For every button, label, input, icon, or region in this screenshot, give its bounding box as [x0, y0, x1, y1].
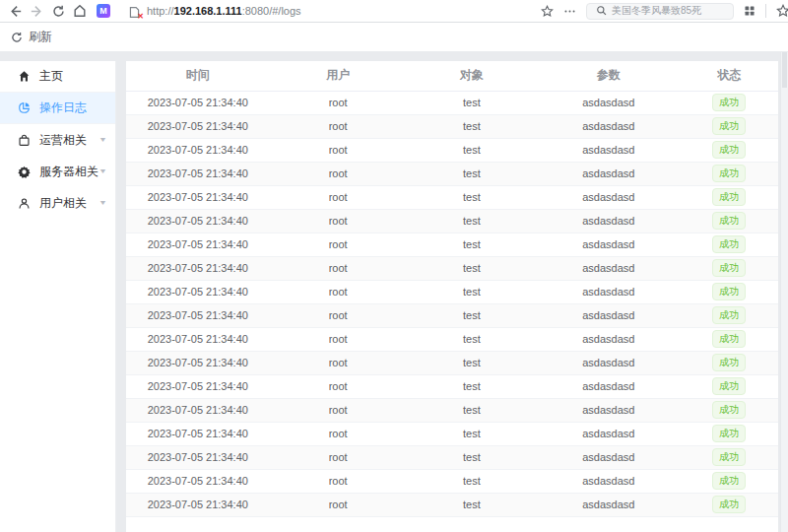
table-cell: root — [270, 280, 407, 303]
table-cell: 2023-07-05 21:34:40 — [126, 445, 270, 469]
column-header: 时间 — [126, 61, 270, 91]
table-cell-status: 成功 — [681, 256, 778, 280]
table-cell-status: 成功 — [681, 162, 778, 185]
pie-chart-icon — [17, 101, 31, 115]
table-cell: test — [407, 185, 537, 209]
sidebar-menu: 主页操作日志运营相关▼服务器相关▼用户相关▼ — [0, 61, 116, 532]
back-button[interactable] — [6, 2, 24, 20]
bookmark-star-icon[interactable] — [541, 5, 554, 18]
table-cell: 2023-07-05 21:34:40 — [126, 351, 270, 374]
table-cell: root — [270, 162, 407, 185]
table-cell: test — [407, 114, 537, 138]
sidebar-item-label: 操作日志 — [39, 100, 107, 116]
table-cell: asdasdasd — [537, 138, 681, 162]
search-box[interactable]: 美国冬季风暴致85死 — [586, 3, 734, 20]
table-cell: 2023-07-05 21:34:40 — [126, 233, 270, 256]
toolbar-separator — [765, 4, 766, 18]
refresh-label: 刷新 — [29, 29, 52, 45]
table-row: 2023-07-05 21:34:40roottestasdasdasd成功 — [126, 91, 778, 114]
table-cell: asdasdasd — [537, 351, 681, 374]
table-cell: root — [270, 493, 407, 516]
table-cell: 2023-07-05 21:34:40 — [126, 185, 270, 209]
table-cell: 2023-07-05 21:34:40 — [126, 422, 270, 445]
table-cell: test — [407, 469, 537, 493]
status-badge: 成功 — [712, 283, 746, 300]
table-cell: test — [407, 351, 537, 374]
address-bar[interactable]: ✕ http://192.168.1.111:8080/#/logs — [128, 5, 537, 18]
table-cell: test — [407, 327, 537, 351]
reload-button[interactable] — [49, 2, 67, 20]
table-cell: root — [270, 445, 407, 469]
more-menu-icon[interactable] — [563, 5, 576, 18]
table-row: 2023-07-05 21:34:40roottestasdasdasd成功 — [126, 469, 778, 493]
table-cell: root — [270, 256, 407, 280]
table-cell: asdasdasd — [537, 209, 681, 233]
table-cell: asdasdasd — [537, 185, 681, 209]
status-badge: 成功 — [712, 377, 746, 395]
home-icon — [17, 70, 31, 84]
user-icon — [17, 196, 31, 210]
sidebar-item-5[interactable]: 用户相关▼ — [0, 187, 115, 219]
table-cell: root — [270, 91, 407, 114]
table-cell: root — [270, 327, 407, 351]
page-scrollbar[interactable] — [780, 52, 788, 532]
apps-grid-icon[interactable] — [744, 5, 755, 17]
status-badge: 成功 — [712, 306, 746, 324]
table-cell: root — [270, 422, 407, 445]
refresh-icon — [11, 32, 23, 43]
status-badge: 成功 — [712, 141, 746, 159]
table-cell: asdasdasd — [537, 114, 681, 138]
table-row: 2023-07-05 21:34:40roottestasdasdasd成功 — [126, 327, 778, 351]
table-cell: asdasdasd — [537, 422, 681, 445]
table-cell: root — [270, 398, 407, 422]
status-badge: 成功 — [712, 212, 746, 230]
table-cell: test — [407, 303, 537, 327]
sidebar-item-2[interactable]: 操作日志 — [0, 93, 115, 124]
url-text[interactable]: http://192.168.1.111:8080/#/logs — [147, 5, 301, 17]
table-cell: 2023-07-05 21:34:40 — [126, 256, 270, 280]
log-panel: 时间用户对象参数状态 2023-07-05 21:34:40roottestas… — [126, 61, 778, 532]
table-cell-status: 成功 — [681, 469, 778, 493]
scrollbar-thumb[interactable] — [782, 52, 787, 88]
table-row: 2023-07-05 21:34:40roottestasdasdasd成功 — [126, 233, 778, 256]
table-row: 2023-07-05 21:34:40roottestasdasdasd成功 — [126, 351, 778, 374]
home-button[interactable] — [71, 2, 89, 20]
favorites-bar-icon[interactable] — [776, 4, 788, 18]
table-cell: 2023-07-05 21:34:40 — [126, 280, 270, 303]
status-badge: 成功 — [712, 472, 746, 490]
chevron-down-icon: ▼ — [98, 167, 107, 175]
table-cell-status: 成功 — [681, 327, 778, 351]
sidebar-item-1[interactable]: 主页 — [0, 61, 115, 93]
table-cell: test — [407, 445, 537, 469]
table-cell: asdasdasd — [537, 162, 681, 185]
status-badge: 成功 — [712, 165, 746, 182]
table-cell: root — [270, 303, 407, 327]
table-row: 2023-07-05 21:34:40roottestasdasdasd成功 — [126, 445, 778, 469]
status-badge: 成功 — [712, 448, 746, 466]
sidebar-item-3[interactable]: 运营相关▼ — [0, 124, 115, 156]
forward-button[interactable] — [28, 2, 45, 20]
table-row: 2023-07-05 21:34:40roottestasdasdasd成功 — [126, 114, 778, 138]
blocked-x-icon: ✕ — [137, 13, 144, 21]
table-cell: root — [270, 233, 407, 256]
table-row: 2023-07-05 21:34:40roottestasdasdasd成功 — [126, 303, 778, 327]
refresh-button[interactable]: 刷新 — [11, 29, 52, 45]
table-cell: test — [407, 91, 537, 114]
table-cell: test — [407, 162, 537, 185]
table-row: 2023-07-05 21:34:40roottestasdasdasd成功 — [126, 398, 778, 422]
gear-icon — [17, 165, 31, 178]
extension-icon[interactable]: M — [97, 4, 110, 18]
chevron-down-icon: ▼ — [98, 136, 107, 144]
status-badge: 成功 — [712, 235, 746, 253]
table-cell: root — [270, 351, 407, 374]
status-badge: 成功 — [712, 188, 746, 206]
sidebar-item-4[interactable]: 服务器相关▼ — [0, 156, 115, 187]
status-badge: 成功 — [712, 496, 746, 513]
search-suggestion-text: 美国冬季风暴致85死 — [612, 4, 701, 18]
site-permission-icon[interactable]: ✕ — [128, 5, 141, 18]
log-table: 时间用户对象参数状态 2023-07-05 21:34:40roottestas… — [126, 61, 778, 517]
page-body: 主页操作日志运营相关▼服务器相关▼用户相关▼ 时间用户对象参数状态 2023-0… — [0, 52, 788, 532]
table-cell: test — [407, 138, 537, 162]
table-cell: 2023-07-05 21:34:40 — [126, 303, 270, 327]
sidebar-item-label: 主页 — [39, 68, 107, 85]
